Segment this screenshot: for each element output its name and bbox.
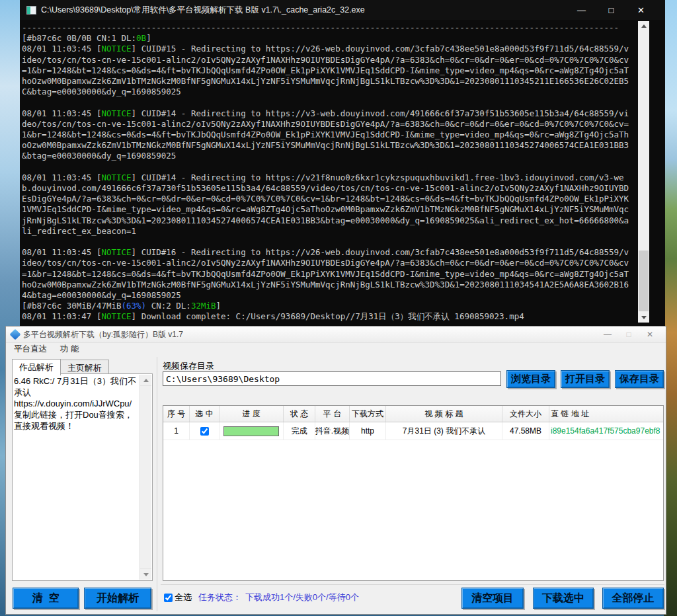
menu-functions[interactable]: 功 能 [55, 344, 84, 355]
scroll-up-icon[interactable] [638, 21, 649, 31]
scroll-down-icon[interactable] [140, 568, 151, 580]
column-header[interactable]: 直 链 地 址 [549, 406, 663, 422]
save-dir-button[interactable]: 保存目录 [615, 370, 664, 388]
row-select-checkbox[interactable] [200, 427, 209, 436]
progress-cell [219, 422, 284, 440]
direct-url-cell: i89e154fa6a417f575cba97ebf8 [549, 422, 663, 440]
select-all-label: 全选 [175, 592, 192, 603]
footer-separator [161, 584, 664, 585]
console-title: C:\Users\93689\Desktop\常用软件\多平台视频解析下载 B版… [41, 5, 567, 16]
download-method-cell: http [350, 422, 386, 440]
table-body: 1完成抖音.视频http7月31日 (3) 我们不承认47.58MBi89e15… [163, 422, 663, 440]
console-line: [#b87c6c 30MiB/47MiB(63%) CN:2 DL:32MiB] [22, 301, 630, 311]
clear-button[interactable]: 清 空 [13, 588, 79, 609]
row-select-cell[interactable] [190, 422, 219, 440]
file-size-cell: 47.58MB [502, 422, 549, 440]
app-minimize-button[interactable]: — [597, 327, 618, 342]
video-title-cell: 7月31日 (3) 我们不承认 [386, 422, 502, 440]
column-header[interactable]: 文件大小 [502, 406, 549, 422]
save-dir-input[interactable] [163, 371, 501, 386]
platform-cell: 抖音.视频 [315, 422, 350, 440]
parse-link-textarea[interactable]: 6.46 RkC:/ 7月31日（3）我们不承认 https://v.douyi… [14, 375, 139, 579]
task-status-value: 下载成功1个/失败0个/等待0个 [245, 592, 359, 603]
column-header[interactable]: 视 频 标 题 [386, 406, 502, 422]
app-title: 多平台视频解析下载（by:孤影随行）B版 v1.7 [23, 329, 597, 340]
console-maximize-button[interactable]: □ [596, 0, 626, 20]
menu-platform-direct[interactable]: 平台直达 [9, 344, 52, 355]
status-cell: 完成 [284, 422, 315, 440]
console-scrollbar-thumb[interactable] [639, 250, 649, 311]
console-log-text: ----------------------------------------… [22, 22, 630, 323]
select-all-checkbox[interactable] [164, 594, 173, 602]
open-dir-button[interactable]: 打开目录 [561, 370, 610, 388]
column-header[interactable]: 序 号 [163, 406, 190, 422]
parse-input-panel: 6.46 RkC:/ 7月31日（3）我们不承认 https://v.douyi… [12, 373, 153, 581]
console-line: 08/01 11:03:47 [NOTICE] Download complet… [22, 311, 630, 322]
stop-all-button[interactable]: 全部停止 [602, 588, 664, 609]
app-menubar: 平台直达 功 能 [6, 343, 666, 356]
app-maximize-button[interactable]: □ [618, 327, 639, 342]
download-selected-button[interactable]: 下载选中 [533, 588, 594, 609]
task-status-label: 任务状态： [198, 592, 241, 603]
row-number-cell: 1 [163, 422, 190, 440]
column-header[interactable]: 状 态 [284, 406, 315, 422]
app-close-button[interactable]: ✕ [639, 327, 660, 342]
console-titlebar[interactable]: C:\Users\93689\Desktop\常用软件\多平台视频解析下载 B版… [20, 0, 665, 20]
table-row[interactable]: 1完成抖音.视频http7月31日 (3) 我们不承认47.58MBi89e15… [163, 422, 663, 440]
browse-dir-button[interactable]: 浏览目录 [506, 370, 555, 388]
console-window-controls: — □ ✕ [567, 0, 656, 20]
console-line: 08/01 11:03:45 [NOTICE] CUID#14 - Redire… [22, 108, 630, 162]
column-header[interactable]: 下载方式 [350, 406, 386, 422]
console-window: C:\Users\93689\Desktop\常用软件\多平台视频解析下载 B版… [20, 0, 665, 326]
parse-tabs: 作品解析 主页解析 [12, 360, 108, 374]
app-titlebar[interactable]: 多平台视频解析下载（by:孤影随行）B版 v1.7 — □ ✕ [6, 327, 666, 343]
console-line: [#b87c6c 0B/0B CN:1 DL:0B] [22, 33, 630, 44]
scroll-up-icon[interactable] [140, 375, 151, 386]
app-window: 多平台视频解析下载（by:孤影随行）B版 v1.7 — □ ✕ 平台直达 功 能… [5, 326, 666, 615]
task-status-bar: 全选 任务状态： 下载成功1个/失败0个/等待0个 [164, 592, 359, 603]
console-line [22, 162, 630, 173]
table-header-row: 序 号选 中进 度状 态平 台下载方式视 频 标 题文件大小直 链 地 址 [163, 406, 663, 422]
progress-bar [223, 426, 279, 436]
column-header[interactable]: 选 中 [190, 406, 219, 422]
console-line [22, 97, 630, 108]
console-line [22, 237, 630, 247]
download-task-table: 序 号选 中进 度状 态平 台下载方式视 频 标 题文件大小直 链 地 址 1完… [163, 405, 664, 581]
console-scrollbar[interactable] [638, 21, 649, 323]
textarea-scrollbar[interactable] [139, 375, 151, 580]
tab-homepage-parse[interactable]: 主页解析 [60, 360, 109, 375]
console-app-icon [26, 6, 36, 15]
save-dir-label: 视频保存目录 [163, 360, 214, 372]
console-line: 08/01 11:03:45 [NOTICE] CUID#14 - Redire… [22, 173, 630, 237]
console-minimize-button[interactable]: — [567, 0, 596, 20]
panel-divider [157, 357, 157, 611]
console-close-button[interactable]: ✕ [626, 0, 656, 20]
console-line: 08/01 11:03:45 [NOTICE] CUID#16 - Redire… [22, 247, 630, 301]
console-output: ----------------------------------------… [20, 20, 665, 326]
column-header[interactable]: 平 台 [315, 406, 350, 422]
console-line: ----------------------------------------… [22, 22, 630, 33]
app-icon [10, 329, 21, 340]
tab-work-parse[interactable]: 作品解析 [12, 359, 61, 375]
start-parse-button[interactable]: 开始解析 [84, 588, 151, 609]
direct-url-text: i89e154fa6a417f575cba97ebf8 [551, 426, 660, 436]
column-header[interactable]: 进 度 [219, 406, 284, 422]
scroll-down-icon[interactable] [638, 313, 649, 323]
console-line: 08/01 11:03:45 [NOTICE] CUID#15 - Redire… [22, 44, 630, 97]
clear-items-button[interactable]: 清空项目 [461, 588, 524, 609]
app-window-controls: — □ ✕ [597, 327, 660, 342]
